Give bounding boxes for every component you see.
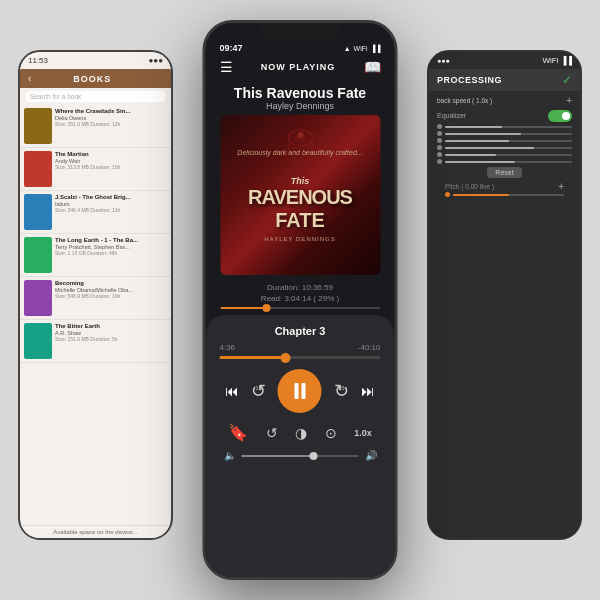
list-item[interactable]: The Martian Andy Weir Size: 313.8 MB Dur…: [20, 148, 171, 191]
airplay-button[interactable]: ⊙: [325, 425, 337, 441]
album-art-text: Deliciously dark and beautifully crafted…: [237, 149, 362, 242]
processing-title: PROCESSING: [437, 75, 502, 85]
books-title: BOOKS: [73, 74, 111, 84]
eq-slider-3[interactable]: [437, 138, 572, 143]
controls-row: ⏮ ↺15 ↻15 ⏭: [220, 369, 381, 413]
list-item[interactable]: Becoming Michelle Obama/Michelle Oba... …: [20, 277, 171, 320]
eq-section: back speed ( 1.0x ) + Equalizer: [429, 91, 580, 203]
back-button[interactable]: ‹: [28, 73, 31, 84]
equalizer-label: Equalizer: [437, 112, 466, 119]
search-input[interactable]: Search for a book: [26, 91, 165, 102]
phone-center: 09:47 ▲ WiFi ▐▐ ☰ NOW PLAYING 📖 This Rav…: [203, 20, 398, 580]
album-art: Deliciously dark and beautifully crafted…: [220, 115, 380, 275]
speed-label: back speed ( 1.0x ): [437, 97, 502, 104]
book-list: Where the Crawdads Sin... Delia Owens Si…: [20, 105, 171, 363]
eq-slider-4[interactable]: [437, 145, 572, 150]
device-space-label: Available space on the device...: [20, 525, 171, 538]
chapter-progress-bar[interactable]: [220, 356, 381, 359]
volume-low-icon: 🔈: [224, 450, 236, 461]
left-time: 11:53: [28, 56, 48, 65]
pitch-row: Pitch ( 0.00 8ve ) +: [437, 181, 572, 192]
skip-forward-button[interactable]: ↻15: [334, 380, 349, 402]
track-author: Hayley Dennings: [206, 101, 395, 111]
phone-left: 11:53 ●●● ‹ BOOKS Search for a book Wher…: [18, 50, 173, 540]
bookmark-button[interactable]: 🔖: [228, 423, 248, 442]
center-status-bar: 09:47 ▲ WiFi ▐▐: [206, 41, 395, 55]
list-item[interactable]: Where the Crawdads Sin... Delia Owens Si…: [20, 105, 171, 148]
skip-back-button[interactable]: ↺15: [251, 380, 266, 402]
pitch-plus-button[interactable]: +: [558, 181, 564, 192]
book-icon[interactable]: 📖: [364, 59, 381, 75]
svg-point-4: [297, 132, 303, 138]
check-icon: ✓: [562, 73, 572, 87]
repeat-button[interactable]: ↺: [266, 425, 278, 441]
time-elapsed: 4:36: [220, 343, 236, 352]
list-item[interactable]: The Bitter Earth A.R. Shaw Size: 151.6 M…: [20, 320, 171, 363]
track-title: This Ravenous Fate: [206, 85, 395, 101]
player-controls: Chapter 3 4:36 -40:10 ⏮ ↺15: [206, 315, 395, 577]
volume-row: 🔈 🔊: [220, 450, 381, 461]
actions-row: 🔖 ↺ ◑ ⊙ 1.0x: [220, 423, 381, 442]
volume-high-icon: 🔊: [365, 450, 377, 461]
eq-slider-2[interactable]: [437, 131, 572, 136]
center-time: 09:47: [220, 43, 243, 53]
scene: 11:53 ●●● ‹ BOOKS Search for a book Wher…: [0, 0, 600, 600]
time-row: 4:36 -40:10: [220, 343, 381, 352]
list-item[interactable]: J.Scalzi - The Ghost Brig... talium Size…: [20, 191, 171, 234]
now-playing-label: NOW PLAYING: [261, 62, 336, 72]
battery-icon: ▐▐: [371, 45, 381, 52]
eq-slider-6[interactable]: [437, 159, 572, 164]
wifi-icon: WiFi: [354, 45, 368, 52]
read-label: Read: 3:04:14 ( 29% ): [206, 294, 395, 303]
speed-plus-button[interactable]: +: [566, 95, 572, 106]
rewind-button[interactable]: ⏮: [225, 383, 239, 399]
processing-header: PROCESSING ✓: [429, 69, 580, 91]
forward-button[interactable]: ⏭: [361, 383, 375, 399]
pitch-label: Pitch ( 0.00 8ve ): [445, 183, 558, 190]
signal-icon: ▲: [344, 45, 351, 52]
time-remaining: -40:10: [358, 343, 381, 352]
menu-icon[interactable]: ☰: [220, 59, 233, 75]
chapter-label: Chapter 3: [220, 325, 381, 337]
overall-progress-bar[interactable]: [220, 307, 380, 309]
phone-right: ●●● WiFi ▐▐ PROCESSING ✓ back speed ( 1.…: [427, 50, 582, 540]
eq-slider-1[interactable]: [437, 124, 572, 129]
sleep-timer-button[interactable]: ◑: [295, 425, 307, 441]
pitch-slider[interactable]: [437, 192, 572, 197]
top-bar: ☰ NOW PLAYING 📖: [206, 55, 395, 79]
list-item[interactable]: The Long Earth - 1 - The Ba... Terry Pra…: [20, 234, 171, 277]
pause-button[interactable]: [278, 369, 322, 413]
equalizer-toggle[interactable]: [548, 110, 572, 122]
volume-slider[interactable]: [242, 455, 359, 457]
speed-button[interactable]: 1.0x: [354, 428, 372, 438]
duration-label: Duration: 10:36:59: [206, 283, 395, 292]
eq-slider-5[interactable]: [437, 152, 572, 157]
reset-button[interactable]: Reset: [487, 167, 521, 178]
notch: [260, 23, 340, 41]
